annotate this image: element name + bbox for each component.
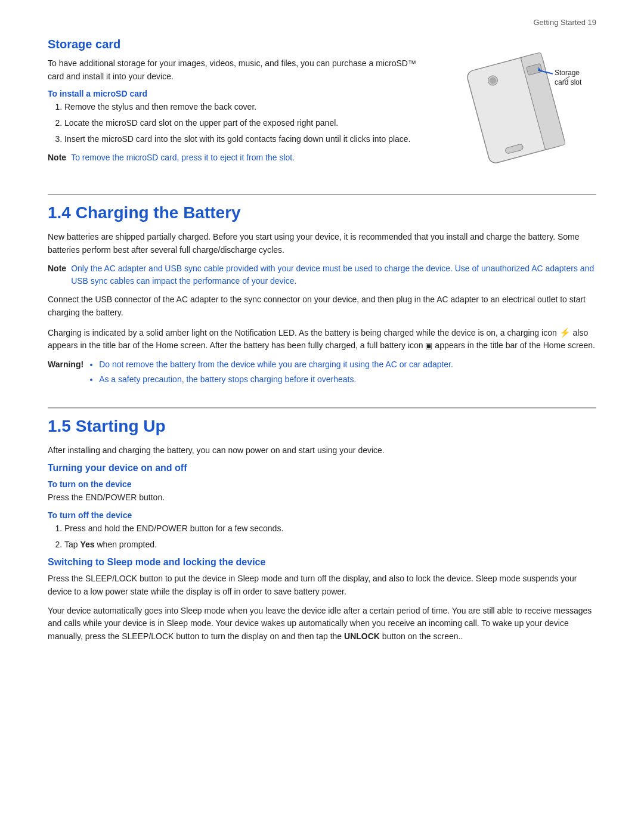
warning-items: Do not remove the battery from the devic… [88, 358, 453, 388]
charging-title: 1.4 Charging the Battery [48, 203, 596, 222]
install-step-3: Insert the microSD card into the slot wi… [64, 133, 423, 146]
turn-off-steps: Press and hold the END/POWER button for … [48, 522, 596, 551]
charging-warning: Warning! Do not remove the battery from … [48, 358, 596, 388]
storage-text-column: Storage card To have additional storage … [48, 38, 423, 170]
storage-card-title: Storage card [48, 38, 423, 51]
turn-on-title: To turn on the device [48, 479, 596, 489]
turn-off-step-1: Press and hold the END/POWER button for … [64, 522, 596, 535]
charging-note-text: Only the AC adapter and USB sync cable p… [71, 262, 596, 287]
turn-on-text: Press the END/POWER button. [48, 491, 596, 504]
install-step-2: Locate the microSD card slot on the uppe… [64, 117, 423, 130]
turn-off-step-2: Tap Yes when prompted. [64, 538, 596, 552]
charging-note: Note Only the AC adapter and USB sync ca… [48, 262, 596, 287]
storage-note: Note To remove the microSD card, press i… [48, 151, 423, 164]
device-svg [441, 44, 584, 175]
charging-para2: Connect the USB connector of the AC adap… [48, 293, 596, 319]
charging-para3: Charging is indicated by a solid amber l… [48, 326, 596, 352]
unlock-bold: UNLOCK [344, 631, 380, 641]
note-label: Note [48, 151, 66, 164]
starting-title: 1.5 Starting Up [48, 417, 596, 436]
turning-title: Turning your device on and off [48, 463, 596, 473]
device-diagram: Storagecard slot [441, 44, 584, 175]
storage-card-section: Storage card To have additional storage … [48, 38, 596, 175]
charging-chapter: 1.4 Charging the Battery [48, 194, 596, 222]
turn-off-title: To turn off the device [48, 510, 596, 520]
warning-label: Warning! [48, 358, 83, 388]
storage-diagram-area: Storagecard slot [441, 44, 596, 175]
install-steps: Remove the stylus and then remove the ba… [48, 101, 423, 145]
warning-item-1: Do not remove the battery from the devic… [99, 358, 453, 371]
starting-chapter: 1.5 Starting Up [48, 407, 596, 436]
install-microsd-title: To install a microSD card [48, 89, 423, 98]
note-text: To remove the microSD card, press it to … [71, 151, 295, 164]
diagram-label: Storagecard slot [555, 69, 581, 87]
page-header: Getting Started 19 [48, 18, 596, 27]
starting-intro: After installing and charging the batter… [48, 444, 596, 457]
storage-card-intro: To have additional storage for your imag… [48, 57, 423, 83]
sleep-para1: Press the SLEEP/LOCK button to put the d… [48, 572, 596, 598]
install-step-1: Remove the stylus and then remove the ba… [64, 101, 423, 114]
sleep-title: Switching to Sleep mode and locking the … [48, 557, 596, 568]
charging-intro: New batteries are shipped partially char… [48, 231, 596, 256]
warning-item-2: As a safety precaution, the battery stop… [99, 373, 453, 386]
sleep-para2: Your device automatically goes into Slee… [48, 605, 596, 643]
yes-bold: Yes [80, 540, 94, 549]
charging-note-label: Note [48, 262, 66, 287]
page-number: Getting Started 19 [533, 18, 596, 27]
